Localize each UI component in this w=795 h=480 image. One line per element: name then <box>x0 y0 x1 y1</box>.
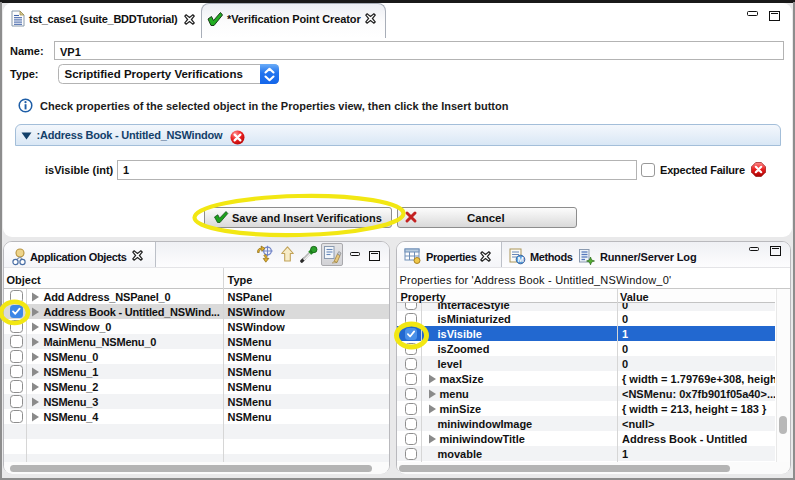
svg-text:M: M <box>517 255 523 264</box>
